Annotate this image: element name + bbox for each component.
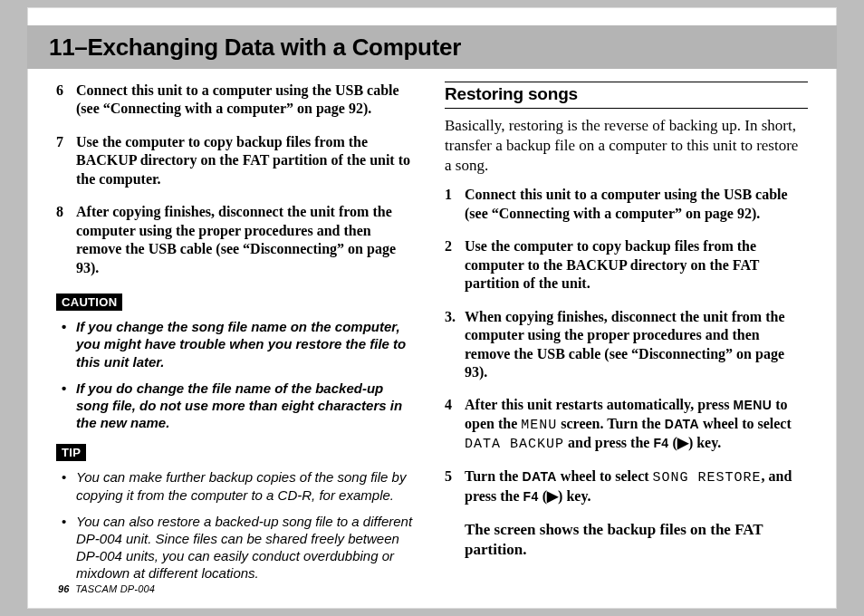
caution-list: If you change the song file name on the … (56, 318, 419, 431)
step-text: After this unit restarts automatically, … (465, 397, 792, 450)
caution-item: If you do change the file name of the ba… (60, 380, 419, 432)
section-intro: Basically, restoring is the reverse of b… (445, 116, 808, 175)
step-number: 4 (445, 396, 452, 414)
step-item: 8 After copying finishes, disconnect the… (56, 203, 419, 277)
step-number: 8 (56, 203, 63, 221)
step-item: 1 Connect this unit to a computer using … (445, 186, 808, 223)
step-number: 2 (445, 237, 452, 255)
step-item: 2 Use the computer to copy backup files … (445, 237, 808, 293)
step-number: 7 (56, 133, 63, 151)
step-item: 5 Turn the DATA wheel to select SONG RES… (445, 467, 808, 505)
section-heading: Restoring songs (445, 82, 808, 109)
right-column: Restoring songs Basically, restoring is … (445, 82, 808, 592)
step-text: Use the computer to copy backup files fr… (465, 238, 759, 291)
left-column: 6 Connect this unit to a computer using … (56, 82, 419, 592)
caution-label: CAUTION (56, 294, 122, 311)
right-steps: 1 Connect this unit to a computer using … (445, 186, 808, 505)
left-steps: 6 Connect this unit to a computer using … (56, 82, 419, 277)
step-item: 4 After this unit restarts automatically… (445, 396, 808, 453)
page-number: 96 (58, 583, 70, 594)
step-text: Connect this unit to a computer using th… (76, 82, 399, 116)
tip-list: You can make further backup copies of th… (56, 468, 419, 582)
step-number: 5 (445, 467, 452, 486)
tip-item: You can make further backup copies of th… (60, 468, 419, 503)
caution-item: If you change the song file name on the … (60, 318, 419, 371)
step-text: When copying finishes, disconnect the un… (465, 309, 785, 380)
two-column-layout: 6 Connect this unit to a computer using … (56, 82, 808, 592)
step-text: Turn the DATA wheel to select SONG RESTO… (465, 468, 792, 503)
tip-item: You can also restore a backed-up song fi… (60, 513, 419, 582)
step-number: 1 (445, 186, 452, 204)
step-text: After copying finishes, disconnect the u… (76, 204, 396, 274)
step-item: 3. When copying finishes, disconnect the… (445, 308, 808, 382)
step-item: 6 Connect this unit to a computer using … (56, 82, 419, 119)
page-footer: 96 TASCAM DP-004 (58, 583, 155, 594)
manual-page: 11–Exchanging Data with a Computer 6 Con… (27, 7, 837, 609)
step-item: 7 Use the computer to copy backup files … (56, 133, 419, 188)
product-name: TASCAM DP-004 (75, 583, 155, 594)
step-text: Connect this unit to a computer using th… (465, 187, 788, 220)
section-outro: The screen shows the backup files on the… (465, 520, 808, 560)
tip-label: TIP (56, 444, 86, 461)
step-number: 3. (445, 308, 456, 326)
step-number: 6 (56, 82, 63, 100)
chapter-title: 11–Exchanging Data with a Computer (49, 34, 461, 62)
chapter-heading-bar: 11–Exchanging Data with a Computer (27, 25, 837, 69)
step-text: Use the computer to copy backup files fr… (76, 134, 410, 187)
